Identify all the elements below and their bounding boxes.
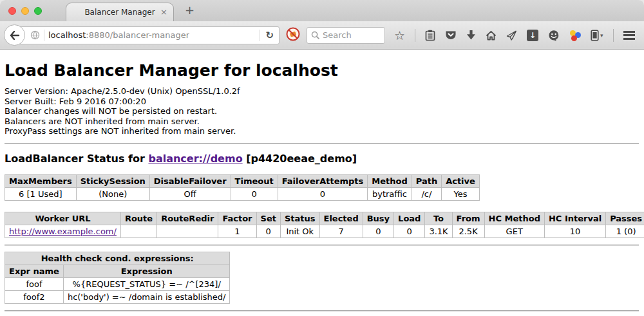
globe-icon — [30, 30, 40, 40]
cell-routeredir — [157, 225, 218, 237]
url-text[interactable]: localhost:8880/balancer-manager — [48, 30, 189, 40]
col-busy: Busy — [363, 212, 393, 225]
col-from: From — [452, 212, 484, 225]
cell-passes: 1 (0) — [606, 225, 644, 237]
send-plane-icon[interactable] — [506, 30, 517, 41]
reload-icon[interactable]: ↻ — [264, 30, 275, 41]
tab-balancer-manager[interactable]: Balancer Manager × — [66, 3, 174, 21]
col-to: To — [425, 212, 452, 225]
table-row: foof2 hc('body') =~ /domain is establish… — [5, 290, 230, 303]
new-tab-button[interactable]: + — [181, 2, 198, 18]
menu-hamburger-icon[interactable] — [623, 31, 635, 40]
worker-table: Worker URL Route RouteRedir Factor Set S… — [5, 212, 644, 238]
col-timeout: Timeout — [231, 174, 278, 187]
cell-active: Yes — [442, 187, 480, 200]
col-hc-interval: HC Interval — [544, 212, 605, 225]
col-route: Route — [120, 212, 156, 225]
col-expression: Expression — [63, 265, 230, 277]
bookmark-star-icon[interactable]: ☆ — [394, 29, 405, 42]
toolbar-icons: ☆ ↓ ▾ — [394, 29, 644, 42]
tab-title: Balancer Manager — [84, 8, 155, 17]
chevron-down-icon: ▾ — [600, 32, 603, 39]
table-header-row: MaxMembers StickySession DisableFailover… — [5, 174, 480, 187]
cell-to: 3.1K — [425, 225, 452, 237]
col-factor: Factor — [218, 212, 256, 225]
chat-smiley-icon[interactable] — [548, 30, 560, 41]
col-failoverattempts: FailoverAttempts — [278, 174, 368, 187]
tab-close-icon[interactable]: × — [160, 7, 167, 17]
server-built-line: Server Built: Feb 9 2016 07:00:20 — [5, 97, 640, 107]
url-path: :8880/balancer-manager — [86, 30, 189, 40]
cell-path: /c/ — [412, 187, 441, 200]
cell-expression: hc('body') =~ /domain is established/ — [63, 290, 230, 303]
blocked-plugin-icon[interactable] — [286, 27, 300, 44]
col-active: Active — [442, 174, 480, 187]
video-download-icon[interactable]: ↓ — [527, 30, 538, 41]
health-check-title: Health check cond. expressions: — [5, 252, 230, 265]
bottom-divider — [5, 310, 639, 311]
cell-maxmembers: 6 [1 Used] — [5, 187, 77, 200]
col-load: Load — [394, 212, 425, 225]
section-divider — [5, 245, 639, 246]
search-placeholder: Search — [323, 30, 352, 40]
col-method: Method — [368, 174, 412, 187]
url-divider — [260, 30, 260, 41]
col-worker-url: Worker URL — [5, 212, 121, 225]
cell-worker-url: http://www.example.com/ — [5, 225, 121, 237]
table-row: 6 [1 Used] (None) Off 0 0 bytraffic /c/ … — [5, 187, 480, 200]
cell-set: 0 — [256, 225, 280, 237]
col-routeredir: RouteRedir — [157, 212, 218, 225]
cell-status: Init Ok — [280, 225, 319, 237]
col-set: Set — [256, 212, 280, 225]
cell-hc-method: GET — [484, 225, 544, 237]
window-controls — [8, 7, 42, 15]
cell-expr-name: foof — [5, 277, 64, 290]
cell-busy: 0 — [363, 225, 393, 237]
balancer-settings-table: MaxMembers StickySession DisableFailover… — [5, 174, 480, 201]
url-divider — [44, 30, 44, 41]
table-row: http://www.example.com/ 1 0 Init Ok 7 0 … — [5, 225, 644, 237]
cell-elected: 7 — [319, 225, 363, 237]
cell-factor: 1 — [218, 225, 256, 237]
col-path: Path — [412, 174, 441, 187]
table-header-row: Expr name Expression — [5, 265, 230, 277]
server-info: Server Version: Apache/2.5.0-dev (Unix) … — [5, 86, 640, 136]
col-disablefailover: DisableFailover — [149, 174, 231, 187]
col-stickysession: StickySession — [76, 174, 149, 187]
worker-url-link[interactable]: http://www.example.com/ — [9, 227, 117, 236]
health-check-table: Health check cond. expressions: Expr nam… — [5, 252, 230, 304]
back-button[interactable] — [4, 24, 25, 46]
status-suffix: [p4420eeae_demo] — [243, 153, 357, 165]
pocket-icon[interactable] — [445, 30, 457, 41]
status-prefix: LoadBalancer Status for — [5, 153, 148, 165]
device-battery-icon[interactable]: ▾ — [591, 30, 603, 41]
table-header-row: Worker URL Route RouteRedir Factor Set S… — [5, 212, 644, 225]
download-arrow-icon[interactable] — [466, 30, 476, 41]
proxypass-note-line: ProxyPass settings are NOT inherited fro… — [5, 126, 640, 136]
server-version-line: Server Version: Apache/2.5.0-dev (Unix) … — [5, 86, 640, 97]
col-status: Status — [280, 212, 319, 225]
tab-strip: Balancer Manager × + — [0, 0, 644, 21]
url-bar[interactable]: localhost:8880/balancer-manager ↻ — [14, 26, 279, 44]
browser-window: Balancer Manager × + localhost:8880/bala… — [0, 0, 644, 316]
color-dots-icon[interactable] — [569, 30, 581, 41]
inherit-note-line: Balancers are NOT inherited from main se… — [5, 116, 640, 127]
cell-expr-name: foof2 — [5, 290, 64, 303]
close-window-button[interactable] — [8, 7, 16, 15]
balancer-demo-link[interactable]: balancer://demo — [148, 153, 242, 165]
page-title: Load Balancer Manager for localhost — [5, 61, 640, 80]
table-title-row: Health check cond. expressions: — [5, 252, 230, 265]
col-hc-method: HC Method — [484, 212, 544, 225]
minimize-window-button[interactable] — [21, 7, 29, 15]
cell-timeout: 0 — [231, 187, 278, 200]
home-icon[interactable] — [486, 30, 497, 41]
zoom-window-button[interactable] — [34, 7, 42, 15]
clipboard-icon[interactable] — [425, 30, 435, 41]
cell-disablefailover: Off — [149, 187, 231, 200]
search-input[interactable]: Search — [307, 27, 385, 44]
search-icon — [311, 31, 319, 39]
navigation-toolbar: localhost:8880/balancer-manager ↻ Search… — [0, 21, 644, 50]
section-divider — [5, 143, 639, 144]
cell-expression: %{REQUEST_STATUS} =~ /^[234]/ — [63, 277, 230, 290]
col-passes: Passes — [606, 212, 644, 225]
